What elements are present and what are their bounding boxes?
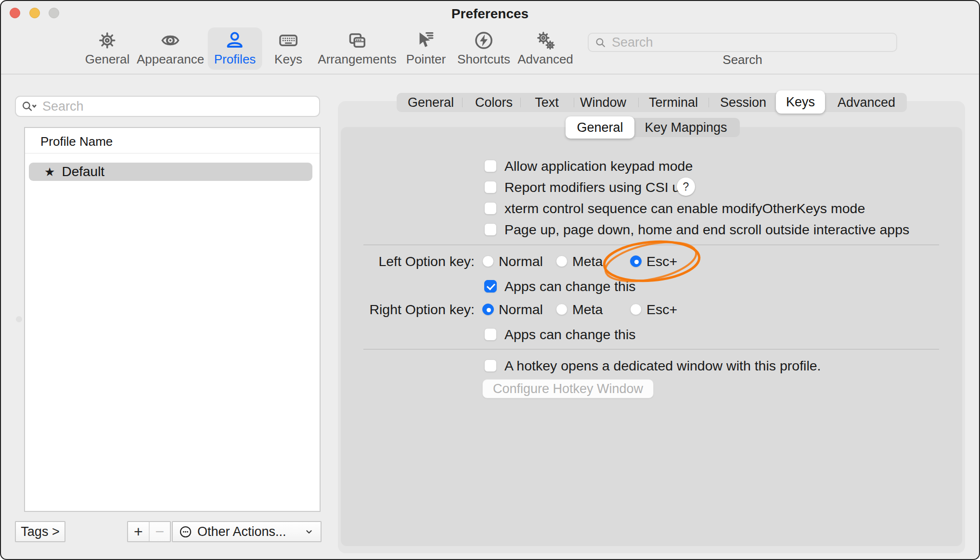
tab-text[interactable]: Text (535, 95, 559, 110)
radio-label: Normal (499, 254, 543, 269)
checkbox-row-keypad: Allow application keypad mode (484, 159, 693, 173)
toolbar-item-profiles[interactable]: Profiles (208, 27, 262, 70)
checkbox-label: Apps can change this (504, 327, 636, 343)
configure-hotkey-window-button[interactable]: Configure Hotkey Window (482, 379, 654, 398)
section-divider (363, 244, 939, 245)
section-divider (363, 349, 939, 350)
profile-list: Profile Name ★ Default (24, 127, 321, 512)
radio-right-meta[interactable] (556, 304, 567, 315)
radio-label: Normal (499, 302, 543, 318)
profile-list-header: Profile Name (40, 134, 113, 149)
toolbar-item-arrangements[interactable]: Arrangements (311, 27, 402, 70)
left-option-esc[interactable]: Esc+ (630, 253, 677, 269)
tab-window[interactable]: Window (580, 95, 626, 110)
add-profile-button[interactable]: + (128, 522, 149, 541)
radio-label: Esc+ (646, 254, 677, 269)
other-actions-button[interactable]: Other Actions... (172, 521, 322, 542)
subtab-key-mappings[interactable]: Key Mappings (645, 120, 727, 135)
checkbox-csi-u[interactable] (484, 181, 497, 193)
gear-icon (97, 30, 117, 51)
right-option-meta[interactable]: Meta (556, 301, 603, 318)
checkbox-row-csi-u: Report modifiers using CSI u (484, 180, 680, 194)
gears-icon (535, 30, 555, 51)
search-input[interactable] (611, 35, 890, 51)
toolbar-item-appearance[interactable]: Appearance (130, 27, 210, 70)
radio-right-esc[interactable] (630, 304, 642, 315)
checkbox-hotkey-window[interactable] (484, 359, 497, 372)
remove-profile-button[interactable]: − (149, 522, 170, 541)
tab-terminal[interactable]: Terminal (649, 95, 698, 110)
toolbar-item-label: Profiles (214, 52, 256, 67)
toolbar-item-pointer[interactable]: Pointer (400, 27, 452, 70)
toolbar-item-label: Arrangements (318, 52, 396, 67)
profile-search-input[interactable] (41, 99, 314, 115)
segment-divider (520, 98, 521, 107)
toolbar-item-label: Shortcuts (457, 52, 510, 67)
checkbox-label: A hotkey opens a dedicated window with t… (504, 358, 821, 374)
checkbox-label: Report modifiers using CSI u (504, 179, 680, 195)
titlebar: Preferences (1, 1, 979, 25)
left-option-key-label: Left Option key: (338, 253, 475, 269)
radio-label: Esc+ (646, 302, 677, 318)
cursor-icon (416, 30, 436, 51)
checkbox-keypad[interactable] (484, 160, 497, 172)
profile-row-default[interactable]: ★ Default (29, 163, 312, 181)
subtab-general-selected[interactable]: General (566, 116, 634, 139)
checkbox-label: Apps can change this (504, 279, 636, 294)
toolbar-item-shortcuts[interactable]: Shortcuts (451, 27, 516, 70)
window-title: Preferences (1, 6, 979, 22)
toolbar-item-keys[interactable]: Keys (268, 27, 309, 70)
person-icon (225, 30, 245, 51)
hotkey-row: A hotkey opens a dedicated window with t… (484, 359, 821, 372)
toolbar-item-label: General (85, 52, 130, 67)
checkbox-apps-change-left[interactable] (484, 280, 497, 293)
apps-can-change-right-row: Apps can change this (484, 328, 636, 341)
windows-icon (347, 30, 367, 51)
tags-button[interactable]: Tags > (15, 521, 65, 542)
tab-keys-selected[interactable]: Keys (776, 90, 825, 114)
toolbar-item-label: Appearance (137, 52, 204, 67)
radio-left-meta[interactable] (556, 255, 567, 267)
tab-advanced[interactable]: Advanced (838, 95, 895, 110)
right-option-key-label: Right Option key: (338, 301, 475, 318)
checkbox-label: Page up, page down, home and end scroll … (504, 222, 909, 238)
left-option-meta[interactable]: Meta (556, 253, 603, 269)
toolbar-item-general[interactable]: General (79, 27, 136, 70)
left-option-normal[interactable]: Normal (482, 253, 543, 269)
search-icon (594, 37, 606, 49)
help-button[interactable]: ? (677, 178, 695, 196)
right-option-normal[interactable]: Normal (482, 301, 543, 318)
other-actions-label: Other Actions... (197, 524, 298, 539)
checkbox-apps-change-right[interactable] (484, 328, 497, 341)
toolbar-divider (1, 74, 979, 75)
pane-splitter-handle[interactable] (16, 316, 22, 322)
tab-session[interactable]: Session (720, 95, 766, 110)
checkbox-label: xterm control sequence can enable modify… (504, 201, 865, 216)
tab-colors[interactable]: Colors (475, 95, 513, 110)
right-option-esc[interactable]: Esc+ (630, 301, 677, 318)
keyboard-icon (278, 30, 298, 51)
apps-can-change-left-row: Apps can change this (484, 280, 636, 293)
chevron-down-icon (304, 526, 314, 537)
checkbox-modify-other-keys[interactable] (484, 202, 497, 215)
toolbar-item-advanced[interactable]: Advanced (511, 27, 580, 70)
toolbar-search-field[interactable] (588, 33, 897, 52)
segment-divider (709, 98, 709, 107)
header-divider (25, 153, 320, 153)
checkbox-row-modify-other-keys: xterm control sequence can enable modify… (484, 202, 865, 215)
profile-search-field[interactable] (15, 96, 320, 117)
radio-left-esc[interactable] (630, 255, 642, 267)
segment-divider (462, 98, 463, 107)
profile-tab-bar: General Colors Text Window Terminal Sess… (397, 93, 907, 112)
radio-left-normal[interactable] (482, 255, 494, 267)
eye-icon (160, 30, 181, 51)
checkbox-row-page-scroll: Page up, page down, home and end scroll … (484, 223, 909, 236)
lightning-icon (474, 30, 494, 51)
preferences-window: Preferences General Appearance Profiles … (0, 0, 980, 560)
toolbar-search-caption: Search (588, 52, 897, 67)
toolbar-item-label: Advanced (517, 52, 573, 67)
checkbox-page-scroll[interactable] (484, 223, 497, 236)
radio-right-normal[interactable] (482, 304, 494, 315)
profile-name: Default (62, 164, 104, 179)
tab-general[interactable]: General (408, 95, 454, 110)
